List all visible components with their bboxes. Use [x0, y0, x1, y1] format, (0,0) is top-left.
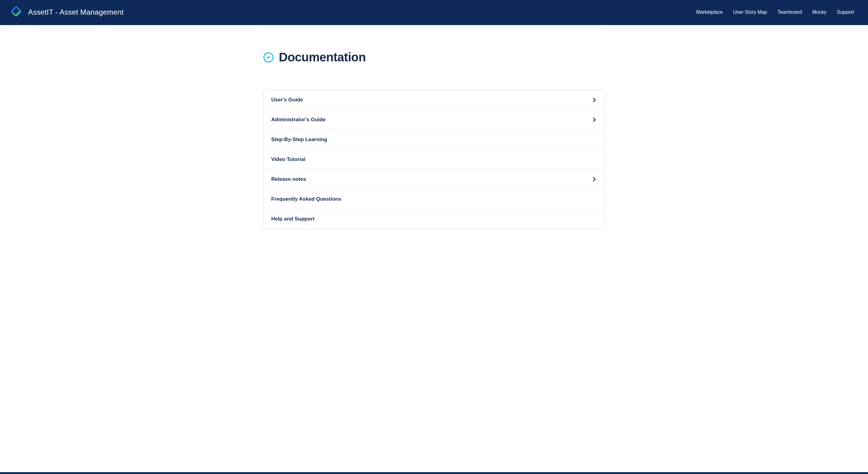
product-logo-icon[interactable]: [10, 6, 23, 19]
doc-admin-guide[interactable]: Administrator's Guide: [263, 110, 605, 130]
doc-help-support[interactable]: Help and Support: [263, 209, 605, 229]
doc-release-notes[interactable]: Release notes: [263, 169, 605, 189]
top-nav: AssetIT - Asset Management Marketplace U…: [0, 0, 868, 25]
page-content: Documentation User's GuideAdministrator'…: [263, 29, 605, 253]
doc-row-label: Video Tutorial: [271, 156, 305, 162]
doc-users-guide[interactable]: User's Guide: [263, 90, 605, 110]
page-heading-row: Documentation: [263, 51, 605, 64]
doc-list: User's GuideAdministrator's GuideStep-By…: [263, 90, 605, 229]
doc-row-label: Release notes: [271, 176, 306, 182]
doc-video-tutorial[interactable]: Video Tutorial: [263, 150, 605, 169]
doc-row-label: Help and Support: [271, 216, 315, 222]
nav-support[interactable]: Support: [837, 9, 854, 15]
chevron-right-icon: [592, 177, 597, 182]
nav-mocky[interactable]: Mocky: [812, 9, 827, 15]
product-title: AssetIT - Asset Management: [28, 8, 124, 17]
page-title: Documentation: [279, 51, 366, 64]
divider: [263, 29, 605, 29]
nav-left: AssetIT - Asset Management: [10, 6, 124, 19]
chevron-right-icon: [592, 97, 597, 102]
doc-row-label: Administrator's Guide: [271, 117, 326, 123]
nav-user-story-map[interactable]: User Story Map: [733, 9, 767, 15]
chevron-right-icon: [592, 117, 597, 122]
doc-row-label: Step-By-Step Learning: [271, 136, 327, 143]
nav-right: Marketplace User Story Map Teamboard Moc…: [696, 9, 854, 15]
nav-marketplace[interactable]: Marketplace: [696, 9, 723, 15]
doc-step-by-step[interactable]: Step-By-Step Learning: [263, 130, 605, 150]
doc-row-label: Frequently Asked Questions: [271, 196, 341, 202]
compass-icon: [263, 52, 274, 63]
doc-row-label: User's Guide: [271, 97, 303, 103]
doc-faq[interactable]: Frequently Asked Questions: [263, 189, 605, 209]
nav-teamboard[interactable]: Teamboard: [778, 9, 802, 15]
